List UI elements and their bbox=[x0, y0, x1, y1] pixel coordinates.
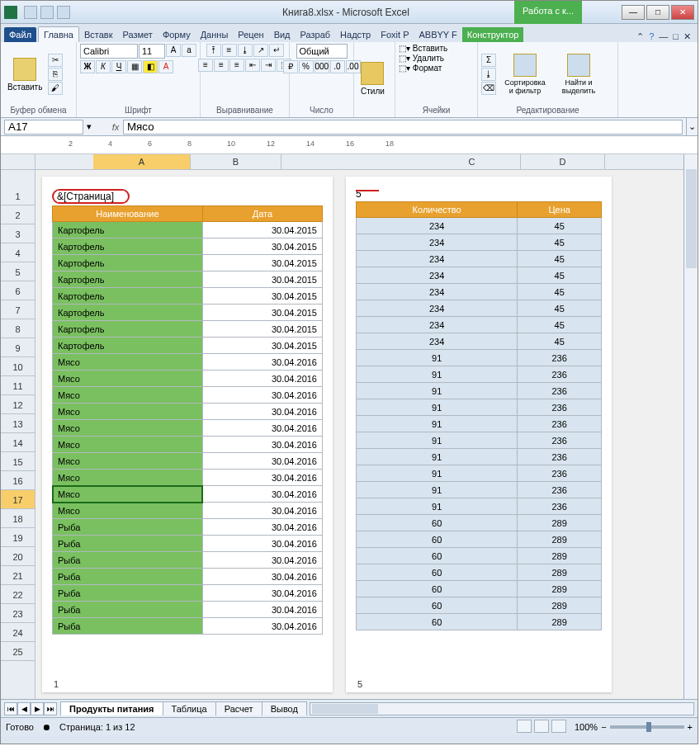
table-page1[interactable]: Наименование Дата Картофель30.04.2015Кар… bbox=[52, 205, 323, 635]
cells-insert-button[interactable]: ⬚▾ Вставить bbox=[399, 44, 447, 53]
italic-icon[interactable]: К bbox=[96, 60, 111, 73]
fill-color-icon[interactable]: ◧ bbox=[143, 60, 158, 73]
view-page-break-icon[interactable] bbox=[551, 720, 566, 733]
sheet-tab[interactable]: Таблица bbox=[163, 701, 216, 715]
font-name-input[interactable] bbox=[80, 44, 138, 59]
worksheet-area[interactable]: ABCD 12345678910111213141516171819202122… bbox=[1, 154, 698, 699]
table-row[interactable]: 23445 bbox=[357, 234, 602, 251]
help-icon[interactable]: ? bbox=[649, 31, 654, 42]
font-color-icon[interactable]: A bbox=[158, 60, 173, 73]
decrease-indent-icon[interactable]: ⇤ bbox=[245, 59, 260, 72]
row-header-2[interactable]: 2 bbox=[1, 205, 35, 224]
table-row[interactable]: Картофель30.04.2015 bbox=[53, 222, 323, 238]
tab-foxit[interactable]: Foxit P bbox=[376, 27, 414, 42]
percent-icon[interactable]: % bbox=[299, 60, 314, 73]
tab-nav-last-icon[interactable]: ⏭ bbox=[44, 702, 57, 715]
comma-icon[interactable]: 000 bbox=[315, 60, 329, 73]
sheet-tab[interactable]: Расчет bbox=[215, 701, 262, 715]
row-headers[interactable]: 1234567891011121314151617181920212223242… bbox=[1, 154, 35, 699]
namebox-dropdown-icon[interactable]: ▾ bbox=[87, 121, 92, 132]
undo-icon[interactable] bbox=[40, 6, 54, 19]
table-row[interactable]: 60289 bbox=[357, 515, 602, 531]
cells-format-button[interactable]: ⬚▾ Формат bbox=[399, 64, 442, 73]
currency-icon[interactable]: ₽ bbox=[283, 60, 298, 73]
quick-access-toolbar[interactable] bbox=[24, 6, 70, 19]
styles-button[interactable]: Стили bbox=[357, 60, 388, 97]
table-row[interactable]: 91236 bbox=[357, 416, 602, 432]
row-header-3[interactable]: 3 bbox=[1, 224, 35, 243]
table-row[interactable]: Мясо30.04.2016 bbox=[53, 453, 323, 470]
header-code-input[interactable] bbox=[57, 191, 125, 202]
clear-icon[interactable]: ⌫ bbox=[481, 82, 496, 95]
increase-font-icon[interactable]: A bbox=[166, 44, 181, 57]
col-header-B[interactable]: B bbox=[191, 154, 281, 169]
row-header-14[interactable]: 14 bbox=[1, 433, 35, 452]
table-page2[interactable]: Количество Цена 234452344523445234452344… bbox=[356, 201, 602, 630]
increase-decimal-icon[interactable]: .0 bbox=[330, 60, 345, 73]
view-normal-icon[interactable] bbox=[517, 720, 532, 733]
table-row[interactable]: 23445 bbox=[357, 251, 602, 267]
paste-button[interactable]: Вставить bbox=[4, 56, 45, 93]
table-row[interactable]: 91236 bbox=[357, 366, 602, 383]
format-painter-icon[interactable]: 🖌 bbox=[48, 82, 63, 95]
row-header-4[interactable]: 4 bbox=[1, 243, 35, 262]
row-header-15[interactable]: 15 bbox=[1, 452, 35, 471]
table-row[interactable]: 91236 bbox=[357, 399, 602, 416]
wrap-text-icon[interactable]: ↵ bbox=[269, 44, 284, 57]
redo-icon[interactable] bbox=[57, 6, 70, 19]
row-header-25[interactable]: 25 bbox=[1, 642, 35, 661]
row-header-10[interactable]: 10 bbox=[1, 357, 35, 376]
align-bottom-icon[interactable]: ⭳ bbox=[238, 44, 253, 57]
tab-developer[interactable]: Разраб bbox=[296, 27, 336, 42]
save-icon[interactable] bbox=[24, 6, 37, 19]
tab-view[interactable]: Вид bbox=[269, 27, 296, 42]
table-row[interactable]: Рыба30.04.2016 bbox=[53, 585, 323, 602]
column-headers[interactable]: ABCD bbox=[35, 154, 698, 170]
row-header-19[interactable]: 19 bbox=[1, 528, 35, 547]
tab-data[interactable]: Данны bbox=[196, 27, 234, 42]
row-header-7[interactable]: 7 bbox=[1, 300, 35, 319]
table-row[interactable]: 23445 bbox=[357, 300, 602, 317]
table-row[interactable]: 91236 bbox=[357, 383, 602, 399]
table-row[interactable]: Рыба30.04.2016 bbox=[53, 618, 323, 635]
row-header-12[interactable]: 12 bbox=[1, 395, 35, 414]
row-header-1[interactable]: 1 bbox=[1, 186, 35, 205]
table-row[interactable]: Мясо30.04.2016 bbox=[53, 371, 323, 387]
border-icon[interactable]: ▦ bbox=[127, 60, 142, 73]
table-row[interactable]: Мясо30.04.2016 bbox=[53, 420, 323, 437]
col-header-A[interactable]: A bbox=[93, 154, 191, 169]
vertical-scrollbar[interactable] bbox=[683, 154, 698, 699]
fill-icon[interactable]: ⭳ bbox=[481, 68, 496, 81]
tab-design[interactable]: Конструктор bbox=[462, 27, 524, 42]
row-header-9[interactable]: 9 bbox=[1, 338, 35, 357]
table-row[interactable]: 60289 bbox=[357, 581, 602, 597]
zoom-out-icon[interactable]: − bbox=[601, 722, 606, 732]
table-row[interactable]: 60289 bbox=[357, 597, 602, 614]
orientation-icon[interactable]: ↗ bbox=[253, 44, 268, 57]
row-header-24[interactable]: 24 bbox=[1, 623, 35, 642]
table-row[interactable]: Мясо30.04.2016 bbox=[53, 387, 323, 404]
align-top-icon[interactable]: ⭱ bbox=[206, 44, 221, 57]
table-row[interactable]: 23445 bbox=[357, 333, 602, 350]
underline-icon[interactable]: Ч bbox=[111, 60, 126, 73]
table-row[interactable]: Рыба30.04.2016 bbox=[53, 569, 323, 585]
header-field-left[interactable] bbox=[52, 189, 130, 204]
zoom-control[interactable]: 100% − + bbox=[575, 722, 693, 732]
name-box[interactable] bbox=[4, 120, 83, 135]
view-page-layout-icon[interactable] bbox=[534, 720, 549, 733]
table-row[interactable]: Мясо30.04.2016 bbox=[53, 354, 323, 371]
table-row[interactable]: Картофель30.04.2015 bbox=[53, 288, 323, 305]
bold-icon[interactable]: Ж bbox=[80, 60, 95, 73]
align-left-icon[interactable]: ≡ bbox=[198, 59, 213, 72]
row-header-17[interactable]: 17 bbox=[1, 490, 35, 509]
row-header-16[interactable]: 16 bbox=[1, 471, 35, 490]
macro-record-icon[interactable]: ⏺ bbox=[42, 722, 51, 732]
tab-file[interactable]: Файл bbox=[4, 27, 36, 42]
tab-home[interactable]: Главна bbox=[38, 26, 79, 42]
row-header-21[interactable]: 21 bbox=[1, 566, 35, 585]
zoom-slider[interactable] bbox=[610, 725, 684, 729]
number-format-input[interactable] bbox=[296, 44, 348, 59]
table-row[interactable]: Картофель30.04.2015 bbox=[53, 238, 323, 255]
row-header-6[interactable]: 6 bbox=[1, 281, 35, 300]
table-row[interactable]: Мясо30.04.2016 bbox=[53, 404, 323, 420]
